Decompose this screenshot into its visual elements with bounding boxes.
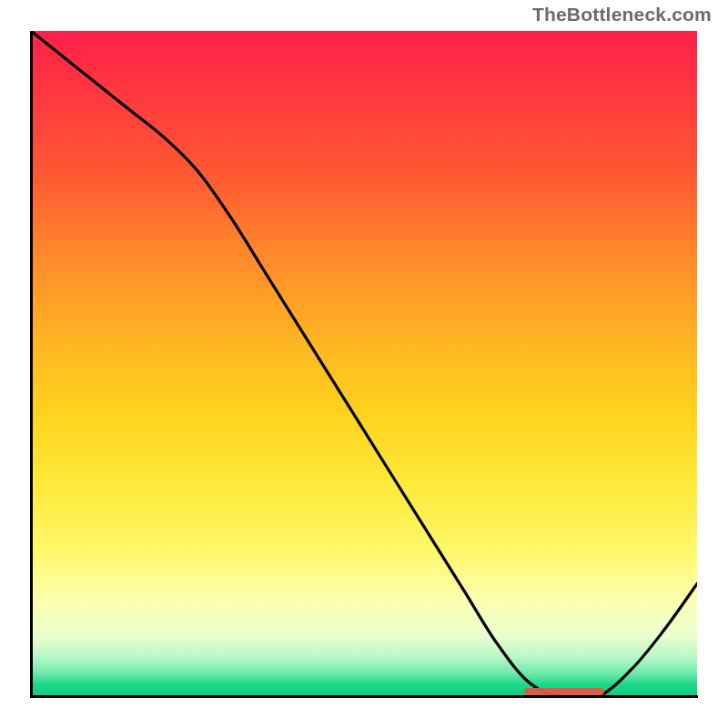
chart-plot-area xyxy=(31,31,697,697)
watermark-text: TheBottleneck.com xyxy=(532,4,712,25)
optimal-range-marker xyxy=(524,688,604,695)
chart-line xyxy=(31,31,697,697)
